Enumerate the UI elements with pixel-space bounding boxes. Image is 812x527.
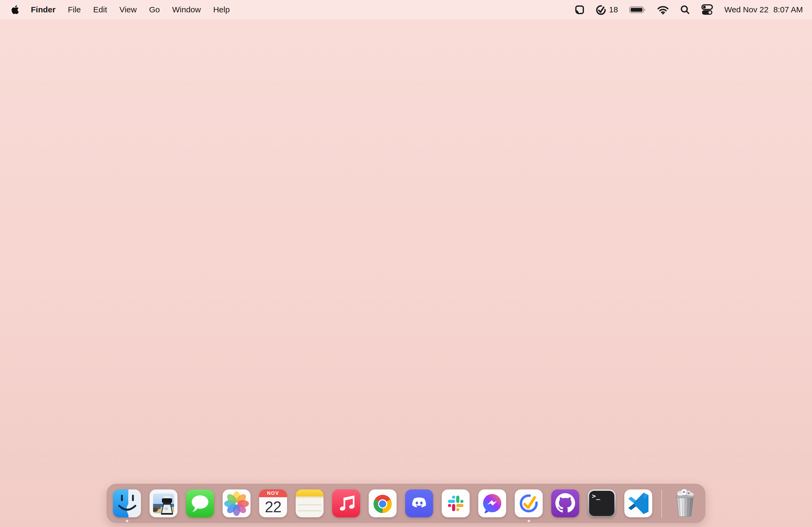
menu-edit[interactable]: Edit (93, 5, 107, 14)
dock-item-terminal[interactable]: >_ (588, 490, 616, 517)
dock-item-slack[interactable] (442, 490, 470, 517)
menu-bar: Finder File Edit View Go Window Help 18 (0, 0, 812, 19)
battery-menu-extra[interactable] (629, 6, 646, 14)
dock-item-messenger[interactable] (478, 490, 506, 517)
dock-divider (661, 490, 662, 517)
terminal-icon: >_ (588, 490, 616, 517)
ticktick-menu-extra[interactable]: 18 (596, 4, 618, 15)
menubar-date: Wed Nov 22 (724, 5, 768, 14)
ticktick-check-circle-icon (596, 4, 607, 15)
apple-logo-icon (11, 4, 19, 15)
battery-icon (629, 6, 646, 14)
dock: NOV 22 (106, 483, 706, 523)
menu-help[interactable]: Help (213, 5, 230, 14)
vscode-icon (624, 490, 652, 517)
dock-item-vscode[interactable] (624, 490, 652, 517)
dock-item-calendar[interactable]: NOV 22 (259, 490, 287, 517)
wifi-menu-extra[interactable] (657, 5, 669, 15)
chrome-icon (369, 490, 396, 517)
screen-capture-menu-extra[interactable] (575, 5, 584, 15)
ticktick-task-count: 18 (609, 5, 618, 14)
slack-icon (442, 490, 470, 517)
notes-icon (296, 490, 323, 517)
dock-item-discord[interactable] (405, 490, 433, 517)
discord-icon (405, 490, 433, 517)
desktop: Finder File Edit View Go Window Help 18 (0, 0, 812, 527)
finder-icon (113, 490, 141, 517)
dock-item-messages[interactable] (186, 490, 214, 517)
dock-item-ticktick[interactable] (515, 490, 543, 517)
apple-menu[interactable] (11, 4, 19, 15)
calendar-icon: NOV 22 (259, 490, 287, 517)
photos-icon (222, 490, 250, 517)
menu-window[interactable]: Window (172, 5, 201, 14)
ticktick-icon (515, 490, 543, 517)
github-icon (551, 490, 579, 517)
running-indicator (126, 520, 128, 522)
messages-icon (186, 490, 214, 517)
calendar-month-label: NOV (259, 490, 287, 497)
dock-item-finder[interactable] (113, 490, 141, 517)
preview-icon (149, 490, 177, 517)
wifi-icon (657, 5, 669, 15)
control-center-icon (701, 4, 713, 16)
running-indicator (528, 520, 530, 522)
spotlight-menu-extra[interactable] (680, 5, 690, 15)
trash-full-icon (673, 489, 697, 517)
dock-item-preview[interactable] (149, 490, 177, 517)
dock-item-trash[interactable] (671, 490, 699, 517)
menubar-clock[interactable]: Wed Nov 22 8:07 AM (724, 5, 803, 14)
dock-item-music[interactable] (332, 490, 360, 517)
music-icon (332, 490, 360, 517)
screen-capture-peel-icon (575, 5, 584, 15)
menu-file[interactable]: File (68, 5, 81, 14)
menu-view[interactable]: View (119, 5, 137, 14)
menubar-time: 8:07 AM (773, 5, 803, 14)
dock-item-chrome[interactable] (369, 490, 396, 517)
dock-item-notes[interactable] (296, 490, 323, 517)
menu-app-name[interactable]: Finder (31, 5, 56, 14)
menu-go[interactable]: Go (149, 5, 160, 14)
dock-item-github[interactable] (551, 490, 579, 517)
messenger-icon (478, 490, 506, 517)
calendar-day-label: 22 (265, 497, 281, 517)
dock-item-photos[interactable] (222, 490, 250, 517)
control-center-menu-extra[interactable] (701, 4, 713, 16)
spotlight-search-icon (680, 5, 690, 15)
terminal-prompt-glyph: >_ (592, 492, 600, 500)
